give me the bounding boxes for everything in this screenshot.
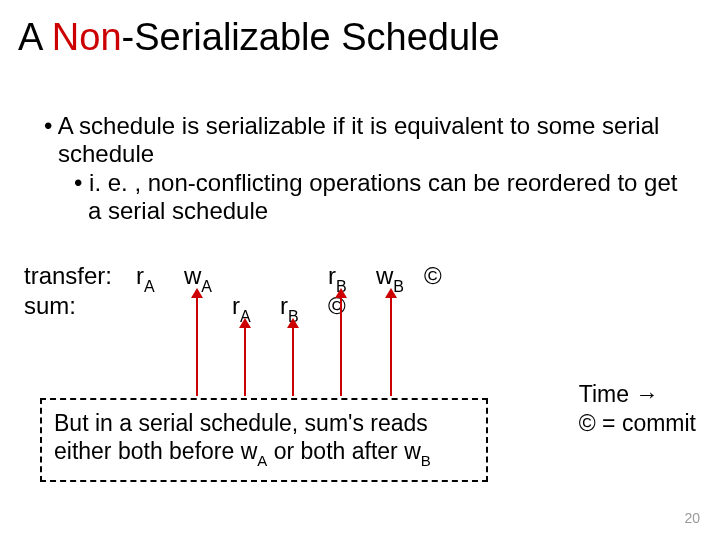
callout-wA: wA xyxy=(241,438,268,464)
slide-title: A Non-Serializable Schedule xyxy=(18,16,500,59)
op-rA: rA xyxy=(136,262,184,294)
conflict-arrow xyxy=(292,326,294,396)
bullet1-text: A schedule is serializable if it is equi… xyxy=(58,112,660,167)
bullet-list: • A schedule is serializable if it is eq… xyxy=(24,112,684,224)
callout-line1: But in a serial schedule, sum's reads xyxy=(54,410,428,436)
conflict-arrow xyxy=(390,296,392,396)
commit-symbol: © xyxy=(579,410,596,436)
bullet-level1: • A schedule is serializable if it is eq… xyxy=(24,112,684,167)
transfer-label: transfer: xyxy=(24,262,136,290)
title-suffix: -Serializable Schedule xyxy=(122,16,500,58)
commit-legend: © = commit xyxy=(579,409,696,438)
sum-label: sum: xyxy=(24,292,136,320)
transfer-row: transfer: rA wA rB wB © xyxy=(24,262,684,292)
sum-row: sum: rA rB © xyxy=(24,292,684,322)
time-arrow: Time → xyxy=(579,380,696,409)
title-emphasis: Non xyxy=(52,16,122,58)
conflict-arrow xyxy=(196,296,198,396)
slide-number: 20 xyxy=(684,510,700,526)
op-wB: wB xyxy=(376,262,424,294)
callout-note: But in a serial schedule, sum's reads ei… xyxy=(40,398,488,482)
title-prefix: A xyxy=(18,16,52,58)
time-legend: Time → © = commit xyxy=(579,380,696,438)
slide: A Non-Serializable Schedule • A schedule… xyxy=(0,0,720,540)
op-commit: © xyxy=(424,262,452,290)
conflict-arrow xyxy=(244,326,246,396)
schedule-timeline: transfer: rA wA rB wB © sum: rA rB © xyxy=(24,262,684,322)
callout-wB: wB xyxy=(404,438,431,464)
callout-line2a: either both before xyxy=(54,438,241,464)
bullet-level2: • i. e. , non-conflicting operations can… xyxy=(24,169,684,224)
callout-line2b: or both after xyxy=(267,438,404,464)
bullet2-text: i. e. , non-conflicting operations can b… xyxy=(88,169,677,224)
conflict-arrow xyxy=(340,296,342,396)
